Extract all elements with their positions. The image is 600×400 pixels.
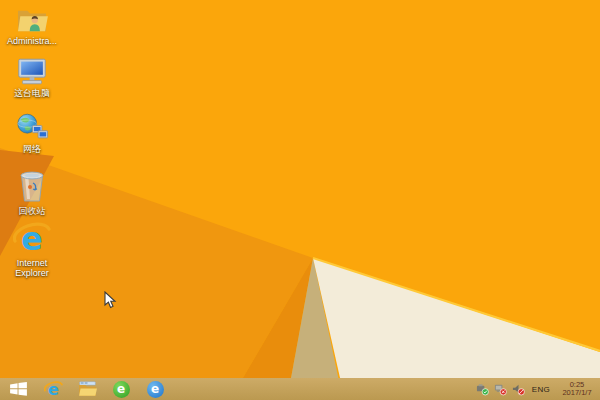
taskbar-browser-blue-button[interactable]: e — [138, 378, 172, 400]
icon-label: 网络 — [23, 144, 41, 154]
internet-explorer-icon: e — [44, 380, 63, 398]
desktop-icon-this-pc[interactable]: 这台电脑 — [2, 56, 62, 98]
computer-icon — [15, 56, 49, 86]
language-indicator[interactable]: ENG — [530, 385, 552, 394]
desktop-icon-administrator-folder[interactable]: Administra... — [2, 4, 62, 46]
blue-browser-icon: e — [147, 381, 164, 398]
clock-date: 2017/1/7 — [557, 389, 597, 398]
desktop-icon-recycle-bin[interactable]: 回收站 — [2, 166, 62, 216]
start-button[interactable] — [0, 378, 36, 400]
icon-label: Administra... — [7, 36, 57, 46]
icon-label: 这台电脑 — [14, 88, 50, 98]
taskbar: e e e — [0, 378, 600, 400]
icon-label: 回收站 — [19, 206, 46, 216]
volume-muted-icon[interactable] — [512, 383, 525, 396]
desktop-icon-network[interactable]: 网络 — [2, 112, 62, 154]
user-folder-icon — [16, 4, 48, 34]
windows-logo-icon — [10, 382, 27, 396]
taskbar-browser-green-button[interactable]: e — [104, 378, 138, 400]
internet-explorer-icon: e — [13, 220, 51, 256]
network-globe-icon — [15, 112, 49, 142]
system-tray: ENG 0:25 2017/1/7 — [476, 378, 597, 400]
safely-remove-hardware-icon[interactable] — [476, 383, 489, 396]
icon-label: Internet Explorer — [3, 258, 61, 278]
wallpaper — [0, 0, 600, 400]
desktop-icon-internet-explorer[interactable]: e Internet Explorer — [2, 220, 62, 278]
network-status-icon[interactable] — [494, 383, 507, 396]
mouse-cursor — [104, 291, 117, 309]
taskbar-file-explorer-button[interactable] — [70, 378, 104, 400]
green-browser-icon: e — [113, 381, 130, 398]
taskbar-clock[interactable]: 0:25 2017/1/7 — [557, 381, 597, 398]
recycle-bin-icon — [17, 166, 47, 204]
taskbar-internet-explorer-button[interactable]: e — [36, 378, 70, 400]
folder-icon — [78, 381, 97, 397]
desktop: Administra... 这台电脑 — [0, 0, 600, 400]
